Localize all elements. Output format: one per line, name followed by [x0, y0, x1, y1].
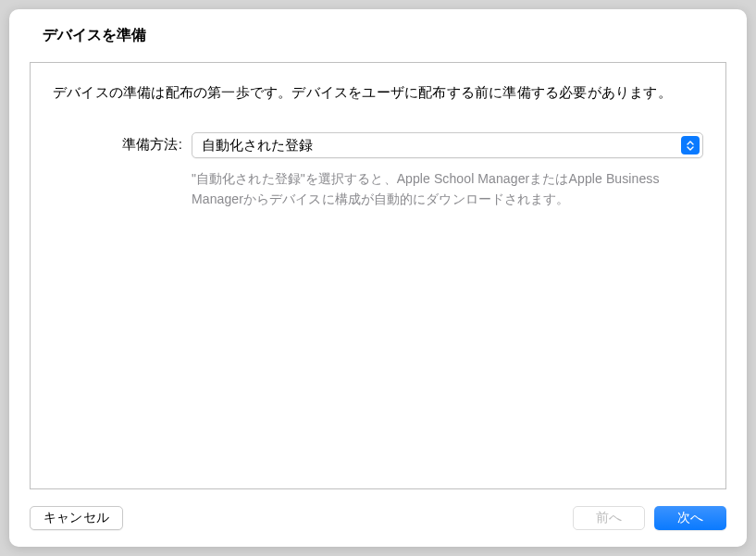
preparation-method-value: 自動化された登録 — [192, 137, 681, 154]
dialog-title: デバイスを準備 — [30, 26, 726, 45]
back-button: 前へ — [573, 506, 645, 530]
preparation-method-controls: 自動化された登録 "自動化された登録"を選択すると、Apple School M… — [192, 132, 703, 209]
prepare-device-dialog: デバイスを準備 デバイスの準備は配布の第一歩です。デバイスをユーザに配布する前に… — [9, 9, 747, 547]
dialog-buttons: キャンセル 前へ 次へ — [30, 506, 726, 530]
updown-arrows-icon — [681, 136, 700, 154]
cancel-button[interactable]: キャンセル — [30, 506, 123, 530]
content-panel: デバイスの準備は配布の第一歩です。デバイスをユーザに配布する前に準備する必要があ… — [30, 62, 726, 489]
preparation-method-row: 準備方法: 自動化された登録 "自動化された登録"を選択すると、Apple Sc… — [53, 132, 703, 209]
next-button[interactable]: 次へ — [654, 506, 726, 530]
preparation-method-help: "自動化された登録"を選択すると、Apple School Managerまたは… — [192, 169, 703, 209]
preparation-method-label: 準備方法: — [53, 132, 182, 154]
dialog-description: デバイスの準備は配布の第一歩です。デバイスをユーザに配布する前に準備する必要があ… — [53, 81, 703, 103]
preparation-method-select[interactable]: 自動化された登録 — [192, 132, 703, 158]
